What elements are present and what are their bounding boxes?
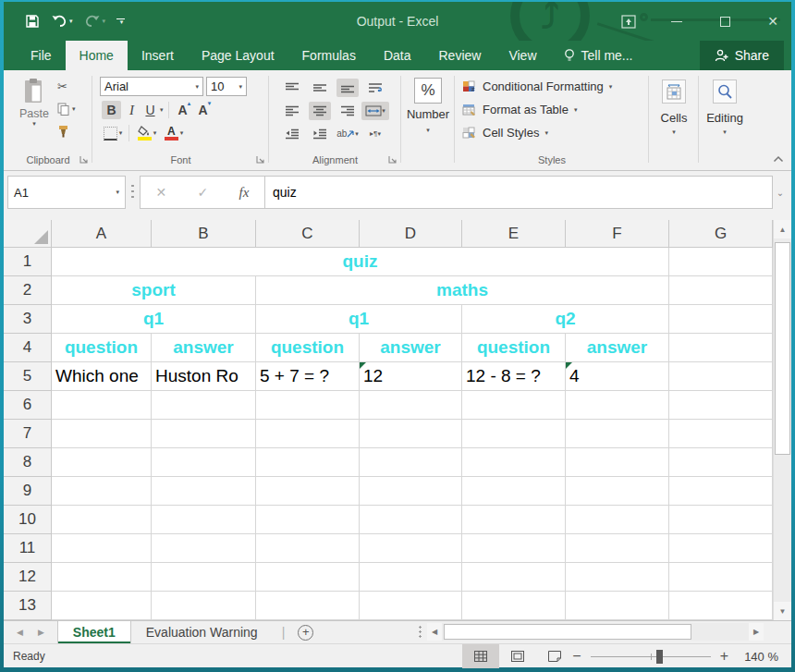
formula-input[interactable]: quiz (265, 176, 773, 209)
align-middle-button[interactable] (309, 79, 331, 97)
cell-r9c1[interactable] (52, 477, 152, 506)
row-header-2[interactable]: 2 (4, 276, 52, 305)
cell-r13c1[interactable] (52, 592, 152, 620)
cell-r13c5[interactable] (462, 592, 566, 620)
cell-r7c7[interactable] (669, 420, 773, 448)
new-sheet-button[interactable]: + (298, 625, 313, 641)
number-format-button[interactable]: % Number ▾ (401, 78, 455, 134)
cell-r12c6[interactable] (566, 563, 669, 592)
wrap-text-button[interactable] (364, 79, 386, 97)
align-bottom-button[interactable] (336, 79, 359, 97)
cell-r12c2[interactable] (152, 563, 256, 592)
cell-styles-button[interactable]: Cell Styles▾ (455, 121, 649, 144)
align-center-button[interactable] (309, 102, 331, 120)
tab-formulas[interactable]: Formulas (288, 41, 370, 70)
sheet-tab-sheet1[interactable]: Sheet1 (57, 621, 131, 643)
grow-font-button[interactable]: A▲ (174, 101, 192, 119)
cell-r2c7[interactable] (669, 276, 773, 305)
cell-r4c1[interactable]: question (52, 334, 152, 362)
shrink-font-button[interactable]: A▼ (194, 101, 213, 119)
cell-r9c7[interactable] (669, 477, 773, 506)
tab-review[interactable]: Review (425, 41, 495, 70)
cell-r8c1[interactable] (52, 448, 152, 477)
column-header-E[interactable]: E (462, 220, 566, 248)
zoom-out-icon[interactable]: − (572, 648, 581, 665)
cell-r10c5[interactable] (462, 506, 566, 534)
underline-button[interactable]: U (142, 101, 158, 119)
cell-r13c4[interactable] (360, 592, 462, 620)
column-header-A[interactable]: A (52, 220, 152, 248)
cell-r10c2[interactable] (152, 506, 256, 534)
italic-button[interactable]: I (123, 101, 141, 119)
cell-r13c6[interactable] (566, 592, 669, 620)
cell-r7c4[interactable] (360, 420, 462, 448)
cell-r9c2[interactable] (152, 477, 256, 506)
tab-page-layout[interactable]: Page Layout (188, 41, 288, 70)
cell-r10c3[interactable] (256, 506, 360, 534)
cell-r2c1[interactable]: sport (52, 276, 256, 305)
scroll-up-icon[interactable]: ▲ (774, 220, 791, 238)
cell-r9c3[interactable] (256, 477, 360, 506)
cell-r10c6[interactable] (566, 506, 669, 534)
row-header-13[interactable]: 13 (4, 592, 52, 620)
tab-file[interactable]: File (17, 41, 66, 70)
font-name-select[interactable]: Arial▾ (100, 77, 203, 96)
cell-r11c5[interactable] (462, 534, 566, 563)
cell-r13c7[interactable] (669, 592, 773, 620)
row-header-5[interactable]: 5 (4, 362, 52, 391)
font-dialog-launcher[interactable] (256, 155, 266, 165)
scroll-down-icon[interactable]: ▼ (774, 602, 791, 620)
cell-r13c2[interactable] (152, 592, 256, 620)
borders-button[interactable]: ▾ (102, 124, 124, 142)
cell-r10c4[interactable] (360, 506, 462, 534)
cell-r6c3[interactable] (256, 391, 360, 420)
horizontal-scrollbar[interactable]: ◀ ▶ (427, 623, 764, 641)
confirm-entry-icon[interactable]: ✓ (198, 185, 209, 200)
conditional-formatting-button[interactable]: ≠ Conditional Formatting▾ (455, 75, 649, 98)
cell-r12c4[interactable] (360, 563, 462, 592)
page-break-preview-button[interactable] (536, 644, 573, 668)
column-header-C[interactable]: C (256, 220, 360, 248)
editing-button[interactable]: Editing ▾ (699, 79, 751, 136)
cell-r9c4[interactable] (360, 477, 462, 506)
cell-r1c1[interactable]: quiz (52, 248, 669, 276)
cell-r9c5[interactable] (462, 477, 566, 506)
normal-view-button[interactable] (462, 644, 499, 668)
format-as-table-button[interactable]: Format as Table▾ (455, 98, 649, 121)
align-left-button[interactable] (281, 102, 303, 120)
expand-formula-bar-icon[interactable]: ⌄ (773, 176, 788, 209)
cell-r5c2[interactable]: Huston Ro (152, 362, 256, 391)
cell-r5c1[interactable]: Which one (52, 362, 152, 391)
cell-r6c7[interactable] (669, 391, 773, 420)
cell-r11c1[interactable] (52, 534, 152, 563)
cell-r7c1[interactable] (52, 420, 152, 448)
column-header-B[interactable]: B (152, 220, 256, 248)
cell-r4c7[interactable] (669, 334, 773, 362)
cell-r11c3[interactable] (256, 534, 360, 563)
cell-r6c2[interactable] (152, 391, 256, 420)
text-direction-button[interactable]: ▸¶▾ (364, 125, 386, 143)
cell-r8c7[interactable] (669, 448, 773, 477)
vertical-scroll-thumb[interactable] (775, 242, 790, 455)
row-header-10[interactable]: 10 (4, 506, 52, 534)
cell-r4c4[interactable]: answer (360, 334, 462, 362)
scroll-right-icon[interactable]: ▶ (749, 623, 764, 641)
orientation-button[interactable]: ab▾ (336, 125, 359, 143)
cell-r8c4[interactable] (360, 448, 462, 477)
cell-r3c1[interactable]: q1 (52, 305, 256, 334)
bold-button[interactable]: B (102, 101, 121, 119)
tell-me-box[interactable]: Tell me... (551, 41, 646, 70)
zoom-slider-thumb[interactable] (656, 650, 663, 664)
collapse-ribbon-icon[interactable] (773, 155, 784, 163)
row-header-11[interactable]: 11 (4, 534, 52, 563)
cells-button[interactable]: Cells ▾ (649, 79, 699, 136)
cell-r11c2[interactable] (152, 534, 256, 563)
underline-dropdown-icon[interactable]: ▾ (160, 106, 164, 114)
cell-r5c5[interactable]: 12 - 8 = ? (462, 362, 566, 391)
cell-r13c3[interactable] (256, 592, 360, 620)
close-button[interactable]: ✕ (760, 9, 786, 33)
horizontal-scroll-thumb[interactable] (444, 624, 691, 640)
merge-center-button[interactable]: ▾ (361, 102, 389, 120)
cell-r3c3[interactable]: q1 (256, 305, 462, 334)
cell-r10c7[interactable] (669, 506, 773, 534)
